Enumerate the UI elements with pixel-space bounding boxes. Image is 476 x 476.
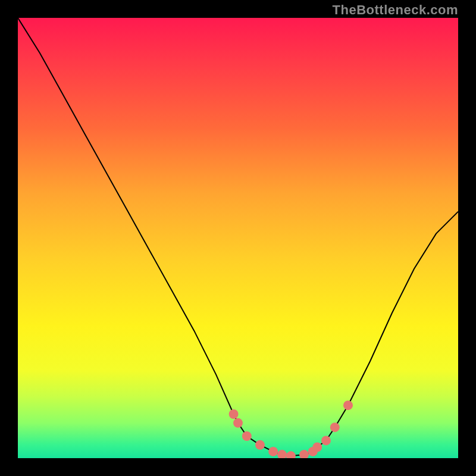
highlight-marker [233, 418, 243, 428]
watermark-text: TheBottleneck.com [333, 2, 458, 18]
highlight-marker [242, 431, 252, 441]
bottleneck-curve-svg [18, 18, 458, 458]
plot-area [18, 18, 458, 458]
highlight-marker [321, 436, 331, 445]
highlight-marker [286, 451, 296, 458]
chart-frame: TheBottleneck.com [0, 0, 476, 476]
highlight-marker [343, 400, 353, 410]
highlight-marker [299, 450, 309, 458]
highlight-marker [268, 447, 278, 456]
highlight-markers [229, 400, 353, 458]
highlight-marker [312, 443, 322, 452]
highlight-marker [229, 409, 239, 419]
bottleneck-curve-line [18, 18, 458, 456]
highlight-marker [277, 450, 287, 458]
highlight-marker [330, 422, 340, 432]
highlight-marker [255, 440, 265, 450]
